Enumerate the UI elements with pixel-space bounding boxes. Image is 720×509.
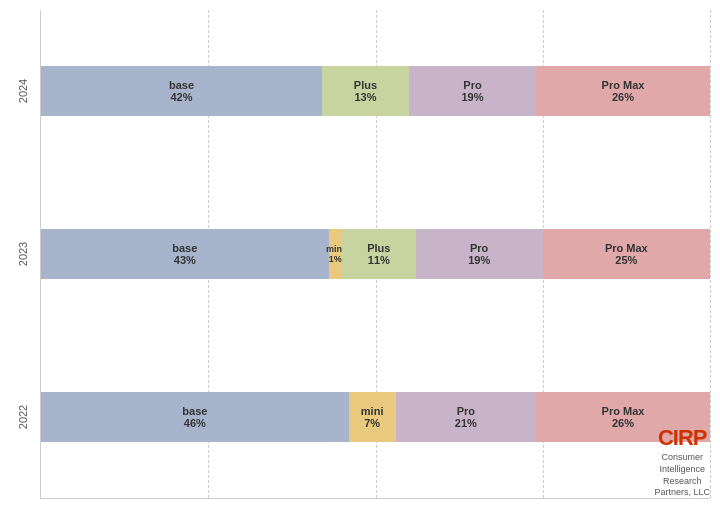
chart-area: 2024 base 42% Plus 13% Pro 19%: [40, 10, 710, 499]
segment-2024-promax: Pro Max 26%: [536, 66, 710, 116]
bar-row-2024: base 42% Plus 13% Pro 19% Pro Max 26%: [41, 66, 710, 116]
segment-2022-base: base 46%: [41, 392, 349, 442]
seg-pct-2023-plus: 11%: [368, 254, 390, 266]
seg-pct-2023-promax: 25%: [615, 254, 637, 266]
seg-pct-2022-pro: 21%: [455, 417, 477, 429]
seg-pct-2023-base: 43%: [174, 254, 196, 266]
seg-pct-2022-base: 46%: [184, 417, 206, 429]
segment-2024-base: base 42%: [41, 66, 322, 116]
rows-wrapper: 2024 base 42% Plus 13% Pro 19%: [41, 10, 710, 498]
cirp-logo: CIRP Consumer Intelligence Research Part…: [654, 424, 710, 499]
seg-pct-2024-pro: 19%: [461, 91, 483, 103]
seg-name-2022-promax: Pro Max: [602, 405, 645, 417]
cirp-brand: CIRP: [654, 424, 710, 453]
year-label-2022: 2022: [17, 404, 29, 428]
bar-row-2023: base 43% mini 1% Plus 11% Pro 19%: [41, 229, 710, 279]
seg-pct-2024-plus: 13%: [354, 91, 376, 103]
segment-2023-base: base 43%: [41, 229, 329, 279]
seg-pct-2024-promax: 26%: [612, 91, 634, 103]
segment-2024-pro: Pro 19%: [409, 66, 536, 116]
row-2023: 2023 base 43% mini 1% Plus 11%: [41, 173, 710, 336]
bar-row-2022: base 46% mini 7% Pro 21% Pro Max 26%: [41, 392, 710, 442]
cirp-line1: Consumer: [654, 452, 710, 464]
segment-2023-promax: Pro Max 25%: [543, 229, 710, 279]
seg-name-2024-promax: Pro Max: [602, 79, 645, 91]
grid-line-100: [710, 10, 711, 498]
seg-name-2024-plus: Plus: [354, 79, 377, 91]
segment-2023-pro: Pro 19%: [416, 229, 543, 279]
segment-2022-mini: mini 7%: [349, 392, 396, 442]
seg-name-2024-pro: Pro: [463, 79, 481, 91]
seg-name-2023-promax: Pro Max: [605, 242, 648, 254]
segment-2023-mini: mini 1%: [329, 229, 342, 279]
year-label-2024: 2024: [17, 79, 29, 103]
seg-name-2023-plus: Plus: [367, 242, 390, 254]
seg-name-2023-pro: Pro: [470, 242, 488, 254]
seg-pct-2024-base: 42%: [170, 91, 192, 103]
row-2022: 2022 base 46% mini 7% Pro 21%: [41, 335, 710, 498]
seg-name-2022-base: base: [182, 405, 207, 417]
segment-2022-pro: Pro 21%: [396, 392, 536, 442]
cirp-line4: Partners, LLC: [654, 487, 710, 499]
segment-2023-plus: Plus 11%: [342, 229, 416, 279]
row-2024: 2024 base 42% Plus 13% Pro 19%: [41, 10, 710, 173]
chart-container: 2024 base 42% Plus 13% Pro 19%: [0, 0, 720, 509]
seg-pct-2023-pro: 19%: [468, 254, 490, 266]
seg-pct-2022-mini: 7%: [364, 417, 380, 429]
seg-name-2024-base: base: [169, 79, 194, 91]
seg-pct-2023-mini: 1%: [329, 254, 342, 264]
seg-name-2023-base: base: [172, 242, 197, 254]
cirp-line3: Research: [654, 476, 710, 488]
year-label-2023: 2023: [17, 242, 29, 266]
seg-name-2022-pro: Pro: [457, 405, 475, 417]
cirp-line2: Intelligence: [654, 464, 710, 476]
seg-name-2022-mini: mini: [361, 405, 384, 417]
seg-pct-2022-promax: 26%: [612, 417, 634, 429]
segment-2024-plus: Plus 13%: [322, 66, 409, 116]
